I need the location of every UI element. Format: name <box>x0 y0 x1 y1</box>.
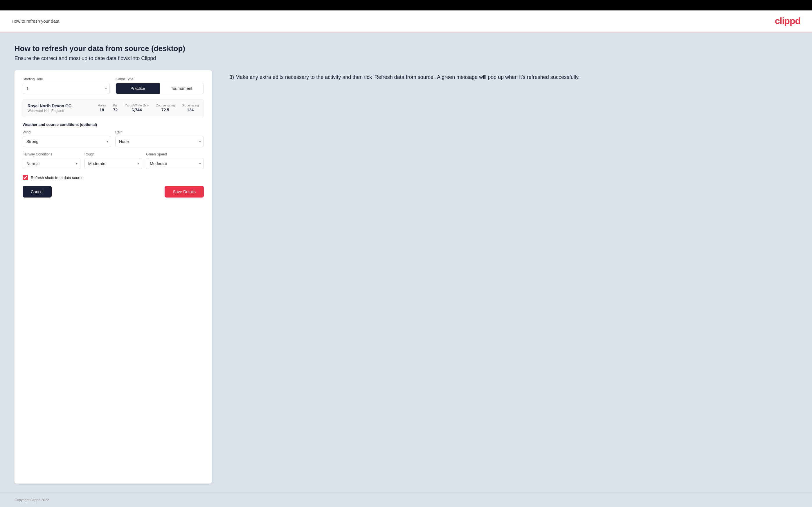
tournament-button[interactable]: Tournament <box>160 83 204 94</box>
fairway-rough-green-row: Fairway Conditions Normal Soft Hard ▾ Ro… <box>22 152 204 169</box>
game-type-label: Game Type <box>115 77 204 81</box>
button-row: Cancel Save Details <box>22 186 204 198</box>
wind-field: Wind Strong Light None ▾ <box>22 130 111 147</box>
starting-hole-field: Starting Hole 1 10 ▾ <box>22 77 110 94</box>
yards-stat: Yards/White (M)) 6,744 <box>125 104 149 112</box>
header: How to refresh your data clippd <box>0 10 812 32</box>
course-rating-value: 72.5 <box>161 108 169 112</box>
wind-label: Wind <box>22 130 111 134</box>
logo: clippd <box>775 16 800 26</box>
green-speed-label: Green Speed <box>146 152 204 156</box>
par-label: Par <box>113 104 118 107</box>
refresh-checkbox-row: Refresh shots from data source <box>22 175 204 180</box>
cancel-button[interactable]: Cancel <box>22 186 52 198</box>
course-info: Royal North Devon GC, Westward Ho!, Engl… <box>28 104 72 113</box>
form-panel: Starting Hole 1 10 ▾ Game Type Practice … <box>14 70 212 484</box>
top-bar <box>0 0 812 10</box>
slope-rating-stat: Slope rating 134 <box>182 104 199 112</box>
fairway-label: Fairway Conditions <box>22 152 81 156</box>
course-rating-label: Course rating <box>156 104 175 107</box>
footer: Copyright Clippd 2022 <box>0 492 812 507</box>
rain-field: Rain None Light Heavy ▾ <box>115 130 204 147</box>
slope-rating-label: Slope rating <box>182 104 199 107</box>
fairway-select[interactable]: Normal Soft Hard <box>22 158 81 169</box>
page-subheading: Ensure the correct and most up to date d… <box>14 55 798 61</box>
wind-select[interactable]: Strong Light None <box>22 136 111 147</box>
slope-rating-value: 134 <box>187 108 194 112</box>
game-type-field: Game Type Practice Tournament <box>115 77 204 94</box>
holes-stat: Holes 18 <box>98 104 106 112</box>
wind-select-wrapper: Strong Light None ▾ <box>22 136 111 147</box>
content-row: Starting Hole 1 10 ▾ Game Type Practice … <box>14 70 798 484</box>
course-location: Westward Ho!, England <box>28 109 72 113</box>
green-speed-field: Green Speed Moderate Slow Fast ▾ <box>146 152 204 169</box>
course-card: Royal North Devon GC, Westward Ho!, Engl… <box>22 99 204 117</box>
save-button[interactable]: Save Details <box>165 186 204 198</box>
conditions-section: Weather and course conditions (optional)… <box>22 122 204 169</box>
course-header: Royal North Devon GC, Westward Ho!, Engl… <box>28 104 199 113</box>
course-rating-stat: Course rating 72.5 <box>156 104 175 112</box>
rough-label: Rough <box>85 152 142 156</box>
course-name: Royal North Devon GC, <box>28 104 72 108</box>
info-text: 3) Make any extra edits necessary to the… <box>230 73 798 81</box>
par-stat: Par 72 <box>113 104 118 112</box>
rain-select-wrapper: None Light Heavy ▾ <box>115 136 204 147</box>
par-value: 72 <box>113 108 118 112</box>
game-type-buttons: Practice Tournament <box>115 83 204 94</box>
rough-select-wrapper: Moderate Light Heavy ▾ <box>85 158 142 169</box>
wind-rain-row: Wind Strong Light None ▾ Rain <box>22 130 204 147</box>
page-heading: How to refresh your data from source (de… <box>14 44 798 53</box>
holes-value: 18 <box>100 108 104 112</box>
main-content: How to refresh your data from source (de… <box>0 33 812 492</box>
rough-field: Rough Moderate Light Heavy ▾ <box>85 152 142 169</box>
conditions-label: Weather and course conditions (optional) <box>22 122 204 127</box>
refresh-checkbox-label: Refresh shots from data source <box>31 175 83 180</box>
yards-label: Yards/White (M)) <box>125 104 149 107</box>
rain-select[interactable]: None Light Heavy <box>115 136 204 147</box>
fairway-select-wrapper: Normal Soft Hard ▾ <box>22 158 81 169</box>
starting-hole-select-wrapper: 1 10 ▾ <box>22 83 110 94</box>
info-panel: 3) Make any extra edits necessary to the… <box>230 70 798 484</box>
refresh-checkbox[interactable] <box>22 175 28 180</box>
header-title: How to refresh your data <box>12 18 59 23</box>
starting-hole-row: Starting Hole 1 10 ▾ Game Type Practice … <box>22 77 204 94</box>
copyright-text: Copyright Clippd 2022 <box>14 498 49 502</box>
practice-button[interactable]: Practice <box>116 83 160 94</box>
yards-value: 6,744 <box>132 108 142 112</box>
holes-label: Holes <box>98 104 106 107</box>
starting-hole-select[interactable]: 1 10 <box>22 83 110 94</box>
rough-select[interactable]: Moderate Light Heavy <box>85 158 142 169</box>
fairway-field: Fairway Conditions Normal Soft Hard ▾ <box>22 152 81 169</box>
green-speed-select[interactable]: Moderate Slow Fast <box>146 158 204 169</box>
green-speed-select-wrapper: Moderate Slow Fast ▾ <box>146 158 204 169</box>
rain-label: Rain <box>115 130 204 134</box>
course-stats: Holes 18 Par 72 Yards/White (M)) 6,744 <box>98 104 199 112</box>
starting-hole-label: Starting Hole <box>22 77 110 81</box>
